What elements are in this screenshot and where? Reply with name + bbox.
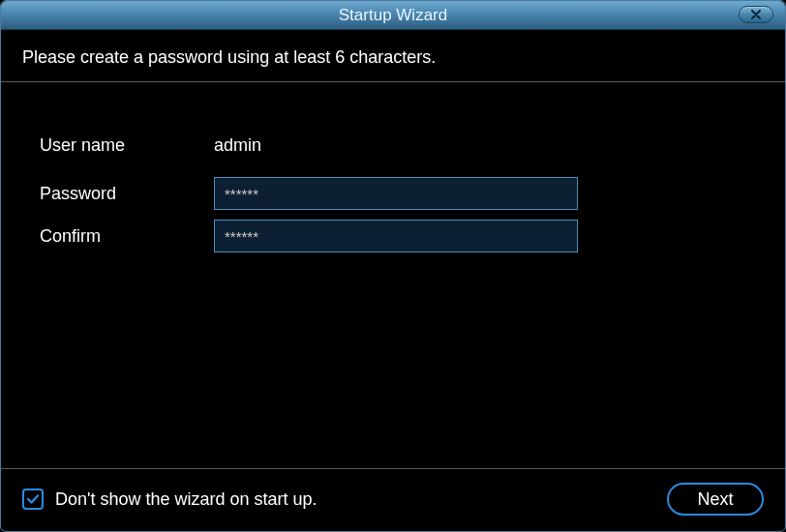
- password-input-value: ******: [225, 186, 258, 202]
- close-button[interactable]: [739, 6, 773, 23]
- checkmark-icon: [26, 492, 40, 506]
- close-icon: [751, 10, 761, 19]
- titlebar: Startup Wizard: [1, 1, 785, 30]
- main-content: User name admin Password ****** Confirm …: [1, 82, 785, 468]
- confirm-label: Confirm: [40, 226, 214, 247]
- password-input[interactable]: ******: [214, 177, 578, 210]
- next-button-label: Next: [697, 489, 733, 510]
- password-label: Password: [40, 184, 214, 204]
- startup-wizard-window: Startup Wizard Please create a password …: [0, 0, 786, 532]
- confirm-input[interactable]: ******: [214, 220, 578, 252]
- instruction-row: Please create a password using at least …: [1, 30, 785, 82]
- footer: Don't show the wizard on start up. Next: [1, 468, 785, 531]
- password-row: Password ******: [40, 177, 746, 210]
- username-row: User name admin: [40, 135, 746, 156]
- dont-show-label: Don't show the wizard on start up.: [55, 489, 317, 510]
- next-button[interactable]: Next: [667, 483, 764, 516]
- window-title: Startup Wizard: [339, 6, 447, 25]
- confirm-row: Confirm ******: [40, 220, 746, 252]
- confirm-input-value: ******: [225, 228, 258, 245]
- instruction-text: Please create a password using at least …: [22, 47, 436, 67]
- username-label: User name: [40, 135, 214, 156]
- username-value: admin: [214, 135, 261, 156]
- dont-show-checkbox-group: Don't show the wizard on start up.: [22, 488, 317, 510]
- dont-show-checkbox[interactable]: [22, 488, 44, 510]
